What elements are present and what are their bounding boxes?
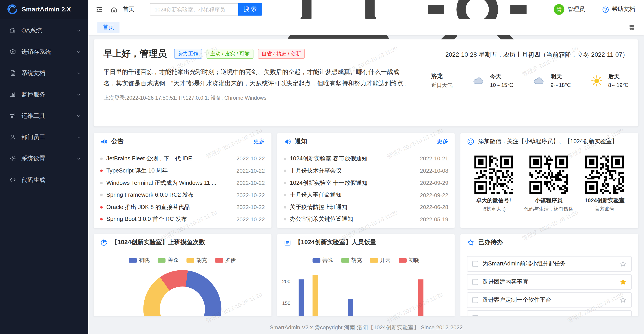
- qr-code: [474, 155, 513, 194]
- wechat-header: 添加微信，关注【小镇程序员】、【1024创新实验室】: [461, 133, 638, 150]
- question-icon: [602, 6, 609, 13]
- user-name[interactable]: 管理员: [568, 6, 585, 13]
- announcement-item[interactable]: JetBrains Fleet 公测，下一代 IDE 2022-10-22: [100, 153, 265, 165]
- welcome-tag: 努力工作: [174, 49, 202, 59]
- fishing-chart-card: 【1024创新实验室】上班摸鱼次数 初晓善逸胡克罗伊: [94, 234, 272, 316]
- legend-item[interactable]: 善逸: [312, 257, 333, 264]
- sidebar-item[interactable]: 监控服务: [0, 84, 88, 105]
- menu-icon: [10, 134, 16, 140]
- sidebar-item[interactable]: 系统设置: [0, 148, 88, 169]
- todo-card: 已办待办 为SmartAdmin前端小组分配任务: [461, 234, 638, 316]
- notice-more-link[interactable]: 更多: [437, 138, 448, 145]
- app-title: SmartAdmin 2.X: [22, 6, 71, 13]
- notice-item[interactable]: 关于疫情防控上班通知 2022-06-28: [284, 201, 448, 213]
- fishing-chart-title: 【1024创新实验室】上班摸鱼次数: [112, 239, 205, 246]
- bullet-dot: [100, 206, 103, 208]
- sidebar-item-label: 监控服务: [21, 90, 76, 98]
- star-icon[interactable]: [620, 315, 626, 316]
- help-link[interactable]: 帮助文档: [602, 6, 635, 13]
- welcome-right: 2022-10-28 星期五，农历十月初四（当前霜降，立冬 2022-11-07…: [415, 48, 628, 121]
- notice-item-date: 2022-05-19: [420, 216, 448, 222]
- legend-item[interactable]: 初晓: [399, 257, 420, 264]
- motto-text: 平日里的千锤百炼，才能托举出光彩时刻；逆境中的亮剑、失败后的奋起，才能让梦想成真…: [104, 66, 411, 89]
- meals-chart-card: 【1024创新实验室】人员饭量 善逸胡克开云初晓 200150: [277, 234, 455, 316]
- announcement-item-text: Windows Terminal 正式成为 Windows 11 ...: [106, 179, 233, 187]
- announcement-item[interactable]: Oracle 推出 JDK 8 的直接替代品 2022-10-22: [100, 201, 265, 213]
- todo-checkbox[interactable]: [472, 315, 478, 316]
- logo[interactable]: SmartAdmin 2.X: [0, 0, 88, 19]
- legend-item[interactable]: 善逸: [158, 257, 178, 264]
- announcement-item-date: 2022-10-22: [236, 216, 265, 222]
- search-input[interactable]: [150, 3, 238, 16]
- legend-item[interactable]: 开云: [370, 257, 391, 264]
- star-icon[interactable]: [620, 297, 626, 303]
- legend-item[interactable]: 胡克: [186, 257, 207, 264]
- sidebar-item-label: 代码生成: [21, 176, 81, 184]
- notice-item[interactable]: 十月份人事任命通知 2022-09-22: [284, 189, 448, 201]
- tab-home[interactable]: 首页: [97, 21, 120, 33]
- search-button[interactable]: 搜 索: [238, 3, 262, 16]
- todo-list: 为SmartAdmin前端小组分配任务 跟进团建内容事宜: [461, 251, 638, 316]
- weather-city-block: 洛龙 近日天气: [431, 73, 452, 89]
- bullet-dot: [100, 170, 103, 172]
- qr-row: 卓大的微信号! 骚扰卓大 :) 小镇程序员 代码与生活，还有钱途: [461, 150, 638, 213]
- breadcrumb[interactable]: 首页: [123, 6, 134, 13]
- todo-item[interactable]: 跟进团建内容事宜: [467, 274, 632, 290]
- qr-name: 卓大的微信号!: [474, 197, 513, 205]
- qr-code: [530, 155, 568, 194]
- menu-icon: [10, 112, 16, 119]
- legend-item[interactable]: 胡克: [342, 257, 362, 264]
- announcement-item[interactable]: TypeScript 诞生 10 周年 2022-10-22: [100, 165, 265, 177]
- wechat-title: 添加微信，关注【小镇程序员】、【1024创新实验室】: [478, 138, 617, 145]
- notice-item[interactable]: 十月份技术分享会议 2022-10-08: [284, 165, 448, 177]
- star-icon[interactable]: [620, 261, 626, 267]
- menu-icon: [10, 27, 16, 34]
- todo-item[interactable]: 为SmartAdmin前端小组分配任务: [467, 256, 632, 272]
- sidebar-item-label: 运维工具: [21, 112, 76, 120]
- notice-item[interactable]: 1024创新实验室 春节放假通知 2022-10-21: [284, 153, 448, 165]
- smile-icon: [467, 138, 474, 145]
- notice-item[interactable]: 办公室消杀关键位置通知 2022-05-19: [284, 213, 448, 225]
- qr-code: [585, 155, 624, 194]
- home-icon[interactable]: [110, 6, 118, 13]
- bullet-dot: [284, 206, 286, 208]
- legend-item[interactable]: 初晓: [129, 257, 150, 264]
- todo-item[interactable]: 跟进客户定制一个软件平台: [467, 292, 632, 308]
- chevron-down-icon: [76, 49, 81, 54]
- qr-desc: 代码与生活，还有钱途: [524, 206, 574, 213]
- sidebar-item[interactable]: 进销存系统: [0, 41, 88, 62]
- announcement-item-text: TypeScript 诞生 10 周年: [106, 167, 233, 175]
- sidebar-item-label: 部门员工: [21, 133, 76, 141]
- sidebar-item[interactable]: OA系统: [0, 20, 88, 41]
- sidebar-item[interactable]: 部门员工: [0, 126, 88, 148]
- app-root: SmartAdmin 2.X OA系统 进销存系统 系统文档: [0, 0, 644, 334]
- notice-item[interactable]: 1024创新实验室 十一放假通知 2022-09-29: [284, 177, 448, 189]
- avatar[interactable]: 管: [554, 4, 564, 15]
- announcement-item[interactable]: Spring Boot 3.0.0 首个 RC 发布 2022-10-22: [100, 213, 265, 225]
- star-filled-icon[interactable]: [620, 279, 626, 285]
- sidebar-item[interactable]: 代码生成: [0, 169, 88, 190]
- sidebar-collapse-icon[interactable]: [96, 6, 103, 13]
- todo-checkbox[interactable]: [472, 279, 478, 285]
- announcement-list: JetBrains Fleet 公测，下一代 IDE 2022-10-22 Ty…: [94, 150, 272, 225]
- weather-subtitle: 近日天气: [431, 82, 452, 89]
- legend-item[interactable]: 罗伊: [216, 257, 236, 264]
- todo-checkbox[interactable]: [472, 297, 478, 303]
- donut-legend: 初晓善逸胡克罗伊: [94, 251, 272, 265]
- menu-icon: [10, 70, 16, 76]
- sidebar-item[interactable]: 运维工具: [0, 105, 88, 126]
- todo-item[interactable]: [467, 310, 632, 316]
- announcement-item[interactable]: Spring Framework 6.0.0 RC2 发布 2022-10-22: [100, 189, 265, 201]
- sidebar-item-label: 进销存系统: [21, 48, 76, 55]
- sidebar-item[interactable]: 系统文档: [0, 62, 88, 84]
- sidebar-item-label: 系统文档: [21, 69, 76, 77]
- chevron-down-icon: [76, 92, 81, 96]
- bullet-dot: [284, 182, 286, 184]
- greeting: 早上好，管理员: [104, 48, 167, 60]
- layout-grid-icon[interactable]: [629, 24, 635, 30]
- menu-icon: [10, 155, 16, 162]
- bullet-dot: [100, 182, 103, 184]
- announcement-more-link[interactable]: 更多: [253, 138, 265, 145]
- announcement-item[interactable]: Windows Terminal 正式成为 Windows 11 ... 202…: [100, 177, 265, 189]
- todo-checkbox[interactable]: [472, 261, 478, 267]
